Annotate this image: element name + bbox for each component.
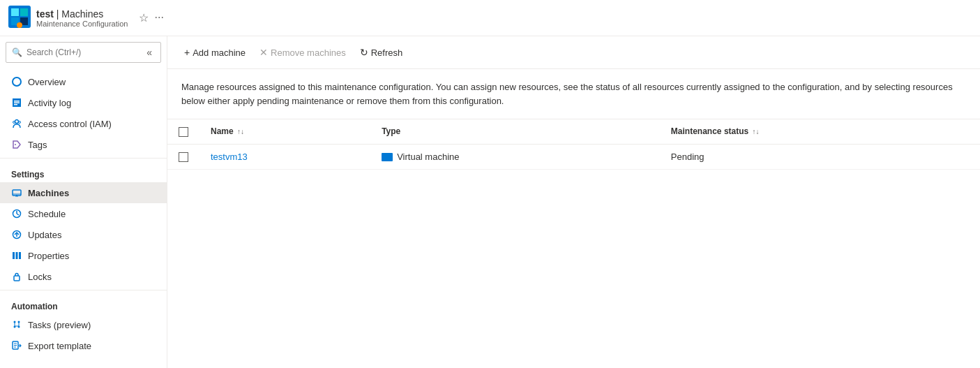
remove-machines-button[interactable]: ✕ Remove machines (254, 43, 352, 61)
row-name-cell: testvm13 (199, 144, 370, 170)
toolbar: + Add machine ✕ Remove machines ↻ Refres… (167, 36, 980, 69)
svg-rect-25 (16, 252, 18, 259)
header-subtitle: Maintenance Configuration (36, 20, 128, 28)
main-content: + Add machine ✕ Remove machines ↻ Refres… (167, 36, 980, 368)
table-header-type: Type (370, 119, 660, 144)
app-logo (8, 6, 31, 30)
search-box[interactable]: 🔍 « (6, 42, 161, 63)
updates-icon (11, 229, 22, 240)
sidebar-item-label: Export template (28, 341, 91, 351)
sidebar-item-label: Activity log (28, 98, 71, 108)
sidebar-item-label: Access control (IAM) (28, 119, 112, 129)
machines-icon (11, 187, 22, 198)
more-options-icon[interactable]: ··· (154, 11, 163, 24)
machines-table-area: Name ↑↓ Type Maintenance status ↑↓ (167, 119, 980, 368)
header-actions: ☆ ··· (139, 11, 163, 24)
select-all-checkbox[interactable] (179, 127, 188, 137)
sidebar: 🔍 « Overview Activity log (0, 36, 167, 368)
collapse-sidebar-button[interactable]: « (144, 45, 155, 59)
add-icon: + (184, 47, 190, 58)
name-sort-icon: ↑↓ (237, 128, 244, 135)
svg-rect-8 (14, 101, 20, 102)
refresh-label: Refresh (371, 47, 403, 58)
table-header-maintenance-status[interactable]: Maintenance status ↑↓ (660, 119, 980, 144)
vm-name-link[interactable]: testvm13 (211, 152, 248, 162)
svg-rect-24 (13, 252, 15, 259)
sidebar-item-updates[interactable]: Updates (0, 224, 167, 245)
table-header: Name ↑↓ Type Maintenance status ↑↓ (167, 119, 980, 144)
svg-point-11 (15, 120, 19, 124)
sidebar-item-export-template[interactable]: Export template (0, 335, 167, 356)
svg-rect-15 (13, 190, 21, 196)
sidebar-item-label: Properties (28, 251, 69, 261)
sidebar-item-label: Tags (28, 140, 47, 150)
table-body: testvm13 Virtual machine Pending (167, 144, 980, 170)
schedule-icon (11, 208, 22, 219)
header-title: test | Machines Maintenance Configuratio… (36, 8, 128, 28)
nav-divider (0, 158, 167, 159)
add-machine-button[interactable]: + Add machine (179, 43, 251, 61)
description-text: Manage resources assigned to this mainte… (167, 69, 980, 119)
export-icon (11, 340, 22, 351)
row-type-cell: Virtual machine (370, 144, 660, 170)
favorite-icon[interactable]: ☆ (139, 11, 149, 24)
sidebar-item-label: Updates (28, 230, 61, 240)
sidebar-item-access-control[interactable]: Access control (IAM) (0, 113, 167, 134)
add-machine-label: Add machine (193, 47, 246, 58)
sidebar-item-machines[interactable]: Machines (0, 182, 167, 203)
sidebar-item-overview[interactable]: Overview (0, 71, 167, 92)
svg-point-13 (19, 122, 21, 124)
overview-icon (11, 76, 22, 87)
svg-rect-2 (20, 8, 28, 16)
vm-type-label: Virtual machine (397, 152, 459, 162)
sidebar-item-properties[interactable]: Properties (0, 245, 167, 266)
sidebar-item-tags[interactable]: Tags (0, 134, 167, 155)
row-checkbox[interactable] (179, 152, 188, 162)
svg-point-6 (13, 78, 21, 86)
refresh-icon: ↻ (360, 47, 368, 58)
sidebar-item-label: Overview (28, 77, 66, 87)
sidebar-item-label: Locks (28, 272, 52, 282)
automation-divider (0, 290, 167, 290)
tasks-icon (11, 319, 22, 330)
refresh-button[interactable]: ↻ Refresh (354, 43, 409, 61)
main-layout: 🔍 « Overview Activity log (0, 36, 980, 368)
svg-rect-10 (14, 104, 17, 105)
sidebar-item-locks[interactable]: Locks (0, 266, 167, 287)
sidebar-item-label: Tasks (preview) (28, 320, 91, 330)
remove-icon: ✕ (259, 47, 268, 58)
sidebar-nav: Overview Activity log Access control (IA… (0, 68, 167, 359)
remove-machines-label: Remove machines (271, 47, 346, 58)
svg-rect-26 (19, 252, 21, 259)
search-input[interactable] (27, 47, 140, 57)
svg-point-5 (17, 22, 22, 28)
machines-table: Name ↑↓ Type Maintenance status ↑↓ (167, 119, 980, 170)
sidebar-item-tasks-preview[interactable]: Tasks (preview) (0, 314, 167, 335)
svg-line-21 (17, 214, 19, 215)
virtual-machine-icon (382, 153, 393, 161)
vm-type-container: Virtual machine (382, 152, 649, 162)
row-status-cell: Pending (660, 144, 980, 170)
sidebar-item-activity-log[interactable]: Activity log (0, 92, 167, 113)
table-header-checkbox-col (167, 119, 199, 144)
table-header-name[interactable]: Name ↑↓ (199, 119, 370, 144)
automation-section-header: Automation (0, 293, 167, 314)
tags-icon (11, 139, 22, 150)
svg-rect-27 (14, 276, 20, 281)
sidebar-item-label: Machines (28, 188, 69, 198)
svg-point-14 (15, 144, 16, 145)
svg-rect-9 (14, 103, 20, 104)
properties-icon (11, 250, 22, 261)
settings-section-header: Settings (0, 161, 167, 182)
status-sort-icon: ↑↓ (753, 128, 760, 135)
search-icon: 🔍 (12, 47, 22, 57)
header-title-text: test | Machines (36, 8, 128, 20)
activity-log-icon (11, 97, 22, 108)
sidebar-item-schedule[interactable]: Schedule (0, 203, 167, 224)
app-header: test | Machines Maintenance Configuratio… (0, 0, 980, 36)
access-control-icon (11, 118, 22, 129)
svg-rect-1 (11, 8, 19, 16)
table-row: testvm13 Virtual machine Pending (167, 144, 980, 170)
locks-icon (11, 271, 22, 282)
row-checkbox-cell[interactable] (167, 144, 199, 170)
